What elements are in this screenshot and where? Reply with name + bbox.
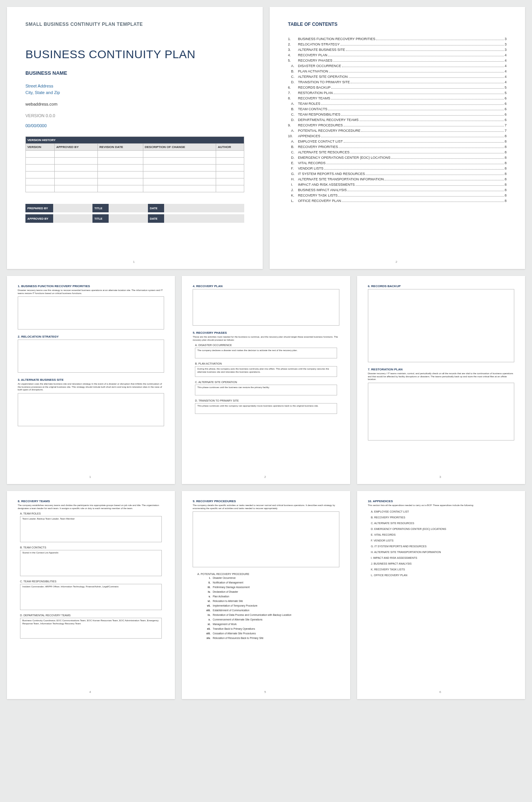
toc-item: B.RECOVERY PRIORITIES8	[288, 145, 507, 149]
toc-item: C.TEAM RESPONSIBILITIES6	[288, 113, 507, 116]
appendix-item: I. IMPACT AND RISK ASSESSMENTS	[368, 557, 514, 559]
toc-item: L.OFFICE RECOVERY PLAN8	[288, 199, 507, 203]
page-8: 10. APPENDICES This section lists all th…	[357, 491, 525, 699]
toc-item: 1.BUSINESS FUNCTION RECOVERY PRIORITIES3	[288, 37, 507, 41]
appendix-item: B. RECOVERY PRIORITIES	[368, 516, 514, 519]
toc-item: A.DISASTER OCCURRENCE4	[288, 64, 507, 68]
appendix-item: K. RECOVERY TASK LISTS	[368, 568, 514, 571]
procedure-step: v.Plan Activation	[203, 595, 339, 598]
page-4: 4. RECOVERY PLAN 5. RECOVERY PHASES Thes…	[182, 276, 350, 484]
business-name: BUSINESS NAME	[25, 70, 244, 76]
procedure-step: viii.Establishment of Communication	[203, 609, 339, 612]
toc-item: A.EMPLOYEE CONTACT LIST8	[288, 140, 507, 143]
appendix-item: D. EMERGENCY OPERATIONS CENTER (EOC) LOC…	[368, 528, 514, 530]
toc-item: J.BUSINESS IMPACT ANALYSIS8	[288, 188, 507, 192]
appendix-item: A. EMPLOYEE CONTACT LIST	[368, 510, 514, 513]
procedure-step: iii.Preliminary Damage Assessment	[203, 586, 339, 588]
toc-item: G.IT SYSTEM REPORTS AND RESOURCES8	[288, 172, 507, 176]
version-label: VERSION 0.0.0	[25, 113, 244, 118]
toc-title: TABLE OF CONTENTS	[288, 22, 507, 27]
procedure-step: vii.Implementation of Temporary Procedur…	[203, 604, 339, 607]
procedure-step: x.Commencement of Alternate Site Operati…	[203, 618, 339, 621]
toc-item: 5.RECOVERY PHASES4	[288, 59, 507, 62]
toc-item: 3.ALTERNATE BUSINESS SITE3	[288, 48, 507, 52]
toc-item: K.RECOVERY TASK LISTS8	[288, 193, 507, 197]
procedure-step: i.Disaster Occurrence	[203, 577, 339, 579]
page-1-cover: SMALL BUSINESS CONTINUITY PLAN TEMPLATE …	[7, 7, 263, 269]
toc-item: H.ALTERNATE SITE TRANSPORTATION INFORMAT…	[288, 177, 507, 181]
template-label: SMALL BUSINESS CONTINUITY PLAN TEMPLATE	[25, 22, 244, 27]
procedure-step: xiii.Cessation of Alternate Site Procedu…	[203, 632, 339, 635]
appendix-item: F. VENDOR LISTS	[368, 539, 514, 542]
appendix-item: E. VITAL RECORDS	[368, 533, 514, 536]
address-block: Street Address City, State and Zip	[25, 83, 244, 96]
procedure-step: xii.Transition Back to Primary Operation…	[203, 627, 339, 630]
appendix-item: G. IT SYSTEM REPORTS AND RESOURCES	[368, 545, 514, 548]
toc-list: 1.BUSINESS FUNCTION RECOVERY PRIORITIES3…	[288, 37, 507, 203]
toc-item: B.PLAN ACTIVATION4	[288, 69, 507, 73]
toc-item: D.DEPARTMENTAL RECOVERY TEAMS6	[288, 118, 507, 122]
signature-block: PREPARED BY TITLE DATE APPROVED BY TITLE…	[25, 204, 244, 223]
toc-item: 8.RECOVERY TEAMS6	[288, 96, 507, 100]
date-label: 00/00/0000	[25, 123, 244, 128]
toc-item: A.TEAM ROLES6	[288, 102, 507, 106]
web-address: webaddress.com	[25, 102, 244, 106]
version-history-table: VERSION HISTORY VERSIONAPPROVED BYREVISI…	[25, 136, 244, 192]
page-6: 8. RECOVERY TEAMS The company establishe…	[7, 491, 175, 699]
toc-item: E.VITAL RECORDS8	[288, 161, 507, 165]
procedure-step: xi.Management of Work	[203, 623, 339, 625]
appendix-item: C. ALTERNATE SITE RESOURCES	[368, 522, 514, 525]
toc-item: 6.RECORDS BACKUP5	[288, 86, 507, 89]
toc-item: I.IMPACT AND RISK ASSESSMENTS8	[288, 183, 507, 187]
toc-item: 4.RECOVERY PLAN4	[288, 53, 507, 57]
page-7: 9. RECOVERY PROCEDURES The company detai…	[182, 491, 350, 699]
toc-item: A.POTENTIAL RECOVERY PROCEDURE7	[288, 129, 507, 133]
page-5: 6. RECORDS BACKUP 7. RESTORATION PLAN Di…	[357, 276, 525, 484]
appendix-item: H. ALTERNATE SITE TRANSPORTATION INFORMA…	[368, 551, 514, 553]
toc-item: B.TEAM CONTACTS6	[288, 107, 507, 111]
page-2-toc: TABLE OF CONTENTS 1.BUSINESS FUNCTION RE…	[270, 7, 525, 269]
procedure-step: ix.Restoration of Data Process and Commu…	[203, 614, 339, 616]
toc-item: D.EMERGENCY OPERATIONS CENTER (EOC) LOCA…	[288, 156, 507, 160]
procedure-step: ii.Notification of Management	[203, 581, 339, 584]
toc-item: 2.RELOCATION STRATEGY3	[288, 42, 507, 46]
page-3: 1. BUSINESS FUNCTION RECOVERY PRIORITIES…	[7, 276, 175, 484]
toc-item: F.VENDOR LISTS8	[288, 166, 507, 170]
toc-item: 9.RECOVERY PROCEDURES7	[288, 123, 507, 127]
procedure-step: xiv.Relocation of Resources Back to Prim…	[203, 637, 339, 639]
toc-item: C.ALTERNATE SITE RESOURCES8	[288, 150, 507, 154]
procedure-step: vi.Relocation to Alternate Site	[203, 600, 339, 602]
procedure-step: iv.Declaration of Disaster	[203, 590, 339, 593]
appendix-item: L. OFFICE RECOVERY PLAN	[368, 574, 514, 577]
appendix-item: J. BUSINESS IMPACT ANALYSIS	[368, 562, 514, 565]
toc-item: C.ALTERNATE SITE OPERATION4	[288, 75, 507, 79]
toc-item: 7.RESTORATION PLAN5	[288, 91, 507, 95]
toc-item: 10.APPENDICES8	[288, 134, 507, 138]
document-title: BUSINESS CONTINUITY PLAN	[25, 48, 244, 61]
toc-item: D.TRANSITION TO PRIMARY SITE4	[288, 80, 507, 84]
